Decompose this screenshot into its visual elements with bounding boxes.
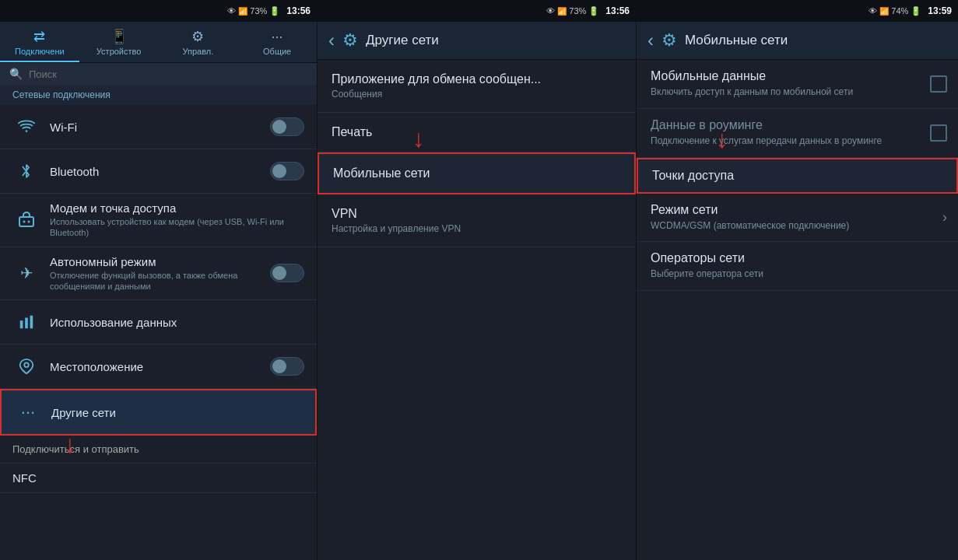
roaming-title: Данные в роуминге xyxy=(651,118,944,132)
page-header-3: ‹ ⚙ Мобильные сети xyxy=(637,22,958,60)
airplane-subtitle: Отключение функций вызовов, а также обме… xyxy=(50,270,270,292)
setting-item-airplane[interactable]: ✈ Автономный режим Отключение функций вы… xyxy=(0,247,317,301)
mobilenets-title: Мобильные сети xyxy=(333,166,620,180)
menu-item-mobilenets[interactable]: Мобильные сети ↓ xyxy=(318,152,636,194)
svg-rect-6 xyxy=(30,316,33,329)
setting-item-wifi[interactable]: Wi-Fi xyxy=(0,105,317,149)
tab-connections[interactable]: ⇄ Подключени xyxy=(0,22,79,62)
wifi-icon xyxy=(12,113,40,141)
setting-item-location[interactable]: Местоположение xyxy=(0,345,317,389)
menu-item-accesspoints[interactable]: Точки доступа ↓ xyxy=(637,158,958,194)
othernets-icon: ··· xyxy=(14,398,42,426)
datausage-title: Использование данных xyxy=(50,316,304,329)
time-2: 13:56 xyxy=(605,5,630,16)
bluetooth-toggle[interactable] xyxy=(270,162,304,180)
bluetooth-title: Bluetooth xyxy=(50,165,270,178)
menu-item-messaging[interactable]: Приложение для обмена сообщен... Сообщен… xyxy=(318,60,636,113)
othernets-title: Другие сети xyxy=(51,406,303,419)
status-icons-1: 👁 📶 73% 🔋 xyxy=(227,6,280,16)
status-bar-3: 👁 📶 74% 🔋 13:59 xyxy=(637,0,958,22)
modem-text: Модем и точка доступа Использовать устро… xyxy=(50,201,304,239)
svg-point-3 xyxy=(28,220,30,222)
time-3: 13:59 xyxy=(928,5,952,16)
back-button-3[interactable]: ‹ xyxy=(647,30,654,51)
print-title: Печать xyxy=(332,125,622,139)
panel-mobile-networks: 👁 📶 74% 🔋 13:59 ‹ ⚙ Мобильные сети Мобил… xyxy=(637,0,958,560)
menu-item-netmode[interactable]: Режим сети WCDMA/GSM (автоматическое под… xyxy=(637,194,958,243)
svg-rect-4 xyxy=(20,320,23,328)
battery-text-3: 74% xyxy=(891,6,908,16)
location-text: Местоположение xyxy=(50,360,270,373)
nfc-title: NFC xyxy=(12,471,304,485)
tab-connections-icon: ⇄ xyxy=(33,28,45,45)
connect-title: Подключиться и отправить xyxy=(12,443,304,455)
airplane-toggle[interactable] xyxy=(270,264,304,282)
tab-manage-icon: ⚙ xyxy=(191,28,204,45)
roaming-sub: Подключение к услугам передачи данных в … xyxy=(651,135,944,148)
search-icon: 🔍 xyxy=(9,68,23,80)
nfc-text: NFC xyxy=(12,471,304,485)
search-input[interactable] xyxy=(29,68,307,80)
status-icons-3: 👁 📶 74% 🔋 xyxy=(869,6,921,16)
menu-item-vpn[interactable]: VPN Настройка и управление VPN xyxy=(318,194,636,247)
wifi-title: Wi-Fi xyxy=(50,121,270,134)
airplane-text: Автономный режим Отключение функций вызо… xyxy=(50,255,270,292)
connect-text: Подключиться и отправить xyxy=(12,443,304,455)
mobiledata-title: Мобильные данные xyxy=(651,69,944,83)
eye-icon-3: 👁 xyxy=(869,6,877,16)
location-toggle[interactable] xyxy=(270,357,304,376)
menu-list-2: Приложение для обмена сообщен... Сообщен… xyxy=(318,60,636,560)
tab-device-icon: 📱 xyxy=(111,28,128,45)
menu-list-3: Мобильные данные Включить доступ к данны… xyxy=(637,60,958,560)
back-button-2[interactable]: ‹ xyxy=(328,30,335,51)
operators-sub: Выберите оператора сети xyxy=(651,268,944,281)
battery-icon-1: 🔋 xyxy=(269,6,280,16)
tab-device[interactable]: 📱 Устройство xyxy=(79,22,159,62)
gear-icon-2: ⚙ xyxy=(342,30,358,51)
panel-other-networks: 👁 📶 73% 🔋 13:56 ‹ ⚙ Другие сети Приложен… xyxy=(318,0,637,560)
airplane-icon: ✈ xyxy=(12,259,40,287)
signal-icon: 📶 xyxy=(238,7,247,16)
header-title-2: Другие сети xyxy=(366,33,439,48)
roaming-checkbox[interactable] xyxy=(930,124,947,142)
wifi-toggle[interactable] xyxy=(270,117,304,136)
status-bar-1: 👁 📶 73% 🔋 13:56 xyxy=(0,0,317,22)
wifi-text: Wi-Fi xyxy=(50,121,270,134)
status-bar-2: 👁 📶 73% 🔋 13:56 xyxy=(318,0,636,22)
mobiledata-checkbox[interactable] xyxy=(930,75,947,93)
bluetooth-icon xyxy=(12,157,40,185)
accesspoints-title: Точки доступа xyxy=(652,169,942,183)
bluetooth-text: Bluetooth xyxy=(50,165,270,178)
tab-bar: ⇄ Подключени 📱 Устройство ⚙ Управл. ··· … xyxy=(0,22,317,63)
tab-general[interactable]: ··· Общие xyxy=(237,22,317,62)
panel-connections: 👁 📶 73% 🔋 13:56 ⇄ Подключени 📱 Устройств… xyxy=(0,0,318,560)
setting-item-modem[interactable]: Модем и точка доступа Использовать устро… xyxy=(0,194,317,247)
header-title-3: Мобильные сети xyxy=(685,33,788,48)
netmode-sub: WCDMA/GSM (автоматическое подключение) xyxy=(651,219,944,233)
battery-text-2: 73% xyxy=(569,6,586,16)
menu-item-roaming[interactable]: Данные в роуминге Подключение к услугам … xyxy=(637,109,958,158)
setting-item-nfc[interactable]: NFC xyxy=(0,464,317,493)
settings-list: Wi-Fi Bluetooth xyxy=(0,105,317,560)
setting-item-datausage[interactable]: Использование данных xyxy=(0,300,317,345)
signal-icon-3: 📶 xyxy=(879,7,889,16)
menu-item-operators[interactable]: Операторы сети Выберите оператора сети xyxy=(637,242,958,291)
location-title: Местоположение xyxy=(50,360,270,373)
menu-item-mobiledata[interactable]: Мобильные данные Включить доступ к данны… xyxy=(637,60,958,109)
setting-item-othernets[interactable]: ··· Другие сети ↓ xyxy=(0,389,317,436)
vpn-title: VPN xyxy=(332,207,622,221)
search-bar: 🔍 xyxy=(0,63,317,85)
tab-manage[interactable]: ⚙ Управл. xyxy=(159,22,238,62)
datausage-icon xyxy=(12,308,40,336)
netmode-arrow: › xyxy=(942,209,947,226)
setting-item-bluetooth[interactable]: Bluetooth xyxy=(0,149,317,194)
svg-rect-1 xyxy=(19,217,33,226)
modem-subtitle: Использовать устройство как модем (через… xyxy=(50,216,304,239)
tab-manage-label: Управл. xyxy=(182,47,213,56)
setting-item-connect[interactable]: Подключиться и отправить xyxy=(0,436,317,464)
tab-general-icon: ··· xyxy=(272,29,283,45)
signal-icon-2: 📶 xyxy=(557,7,567,16)
modem-icon xyxy=(12,206,40,234)
svg-rect-5 xyxy=(25,318,28,329)
menu-item-print[interactable]: Печать xyxy=(318,113,636,152)
